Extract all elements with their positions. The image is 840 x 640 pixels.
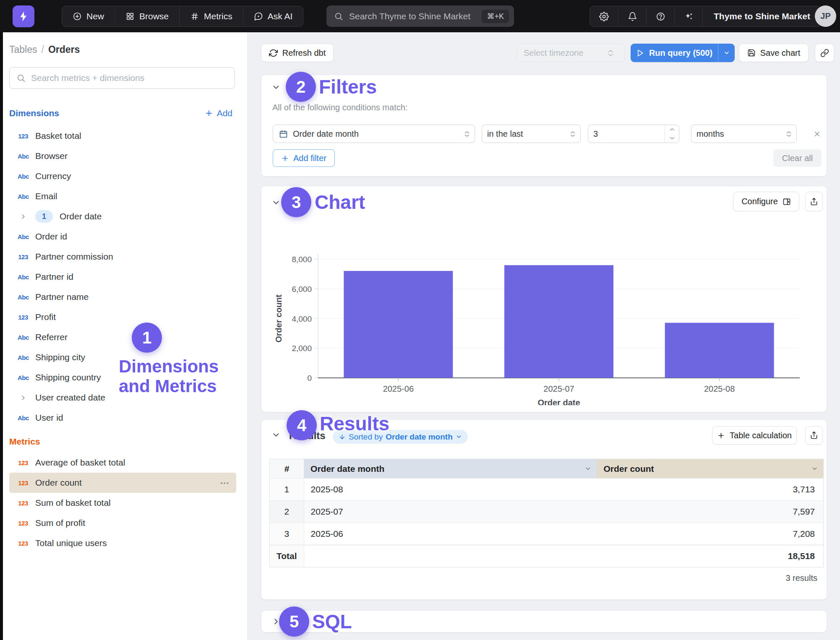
- filter-field-select[interactable]: Order date month: [273, 125, 475, 143]
- filter-field-value: Order date month: [288, 129, 464, 139]
- dimension-currency[interactable]: AbcCurrency: [9, 166, 236, 186]
- metric-order-count[interactable]: 123Order count•••: [9, 473, 236, 493]
- month-cell[interactable]: 2025-06: [304, 523, 597, 545]
- fields-search-input[interactable]: Search metrics + dimensions: [9, 67, 235, 89]
- dimension-browser[interactable]: AbcBrowser: [9, 146, 236, 166]
- top-navbar: New Browse Metrics Ask AI Search Thyme t…: [0, 0, 840, 32]
- org-switcher[interactable]: Thyme to Shine Market: [702, 6, 821, 26]
- metric-total-unique-users[interactable]: 123Total unique users: [9, 533, 236, 553]
- filter-unit-select[interactable]: months: [691, 125, 797, 143]
- count-cell[interactable]: 7,208: [597, 523, 823, 545]
- table-calculation-button[interactable]: Table calculation: [712, 426, 797, 445]
- filters-collapse-chevron[interactable]: [271, 82, 282, 93]
- run-query-button[interactable]: Run query (500): [631, 44, 735, 62]
- add-dimension-button[interactable]: Add: [205, 108, 235, 118]
- breadcrumb-tables-link[interactable]: Tables: [9, 44, 37, 55]
- annotation-number: 3: [292, 193, 301, 212]
- export-results-button[interactable]: [805, 426, 823, 445]
- dimension-profit[interactable]: 123Profit: [9, 307, 236, 327]
- ask-ai-button[interactable]: Ask AI: [243, 6, 303, 26]
- run-query-main[interactable]: Run query (500): [631, 44, 718, 62]
- remove-filter-button[interactable]: [809, 126, 824, 141]
- dimension-order-id[interactable]: AbcOrder id: [9, 226, 236, 247]
- new-button[interactable]: New: [62, 6, 115, 26]
- column-menu-icon[interactable]: [584, 465, 592, 472]
- save-icon: [747, 49, 756, 57]
- table-row: 32025-067,208: [270, 523, 824, 545]
- chevron-right-icon[interactable]: [18, 213, 29, 220]
- stepper-down-button[interactable]: [665, 134, 679, 143]
- filter-operator-select[interactable]: in the last: [482, 125, 581, 143]
- save-chart-button[interactable]: Save chart: [739, 44, 809, 62]
- dimension-order-date[interactable]: 1Order date: [9, 206, 236, 226]
- settings-button[interactable]: [590, 6, 618, 26]
- count-cell[interactable]: 3,713: [597, 479, 823, 501]
- export-chart-button[interactable]: [805, 192, 823, 211]
- plus-icon: [717, 432, 725, 440]
- user-avatar[interactable]: JP: [815, 5, 836, 27]
- panel-icon: [783, 198, 791, 206]
- dimension-partner-id[interactable]: AbcPartner id: [9, 267, 236, 287]
- bar-2025-06[interactable]: [344, 271, 453, 378]
- annotation-label-dimensions-metrics: Dimensions and Metrics: [119, 356, 224, 396]
- search-placeholder: Search Thyme to Shine Market: [349, 11, 482, 21]
- filter-value-input[interactable]: 3: [588, 125, 679, 143]
- annotation-circle-3: 3: [281, 187, 311, 217]
- active-fields-badge: 1: [35, 210, 53, 223]
- org-name: Thyme to Shine Market: [714, 11, 810, 21]
- bar-2025-08[interactable]: [665, 323, 774, 378]
- share-link-button[interactable]: [815, 44, 834, 62]
- clear-all-button[interactable]: Clear all: [773, 149, 822, 167]
- field-label: Basket total: [35, 131, 81, 141]
- field-label: Browser: [35, 151, 68, 161]
- string-type-icon: Abc: [18, 173, 29, 180]
- field-label: Order date: [60, 211, 102, 221]
- dimension-partner-name[interactable]: AbcPartner name: [9, 287, 236, 307]
- bar-2025-07[interactable]: [504, 265, 613, 378]
- configure-button[interactable]: Configure: [733, 192, 799, 211]
- ai-assistant-button[interactable]: [674, 6, 702, 26]
- results-table: # Order date month Order count 12025-083…: [269, 459, 824, 567]
- more-options-icon[interactable]: •••: [220, 479, 236, 487]
- dimensions-header: Dimensions Add: [9, 107, 235, 120]
- column-menu-icon[interactable]: [811, 465, 818, 472]
- dimension-email[interactable]: AbcEmail: [9, 186, 236, 206]
- search-placeholder: Search metrics + dimensions: [31, 73, 144, 83]
- metric-sum-of-profit[interactable]: 123Sum of profit: [9, 513, 236, 533]
- notifications-button[interactable]: [618, 6, 646, 26]
- filter-unit-value: months: [691, 129, 786, 139]
- chat-sparkle-icon: [254, 12, 263, 21]
- results-collapse-chevron[interactable]: [271, 429, 282, 440]
- global-search-input[interactable]: Search Thyme to Shine Market ⌘+K: [326, 5, 514, 27]
- chevron-right-icon[interactable]: [18, 394, 29, 401]
- column-header-order-date-month[interactable]: Order date month: [304, 459, 597, 479]
- month-cell[interactable]: 2025-08: [304, 479, 597, 501]
- column-header-order-count[interactable]: Order count: [597, 459, 823, 479]
- add-filter-button[interactable]: Add filter: [273, 149, 335, 167]
- svg-text:6,000: 6,000: [292, 285, 312, 294]
- field-label: Shipping country: [35, 372, 101, 382]
- count-cell[interactable]: 7,597: [597, 501, 823, 523]
- sparkles-icon: [684, 12, 694, 21]
- metrics-button[interactable]: Metrics: [179, 6, 243, 26]
- dimension-basket-total[interactable]: 123Basket total: [9, 126, 236, 146]
- run-query-dropdown[interactable]: [718, 44, 735, 62]
- stepper-up-button[interactable]: [665, 125, 679, 134]
- help-button[interactable]: [646, 6, 674, 26]
- metric-sum-of-basket-total[interactable]: 123Sum of basket total: [9, 493, 236, 513]
- lightning-icon: [18, 10, 29, 22]
- app-logo[interactable]: [13, 5, 34, 27]
- timezone-select[interactable]: Select timezone: [517, 44, 625, 62]
- field-label: Order id: [35, 232, 67, 242]
- dimension-partner-commission[interactable]: 123Partner commission: [9, 247, 236, 267]
- dimension-user-id[interactable]: AbcUser id: [9, 408, 236, 428]
- svg-text:0: 0: [307, 374, 312, 382]
- browse-button[interactable]: Browse: [115, 6, 179, 26]
- month-cell[interactable]: 2025-07: [304, 501, 597, 523]
- chart-collapse-chevron[interactable]: [271, 197, 282, 208]
- metric-average-of-basket-total[interactable]: 123Average of basket total: [9, 453, 236, 473]
- plus-icon: [281, 154, 289, 162]
- refresh-dbt-button[interactable]: Refresh dbt: [261, 44, 334, 62]
- dimension-referrer[interactable]: AbcReferrer: [9, 327, 236, 347]
- annotation-label-filters: Filters: [319, 76, 377, 98]
